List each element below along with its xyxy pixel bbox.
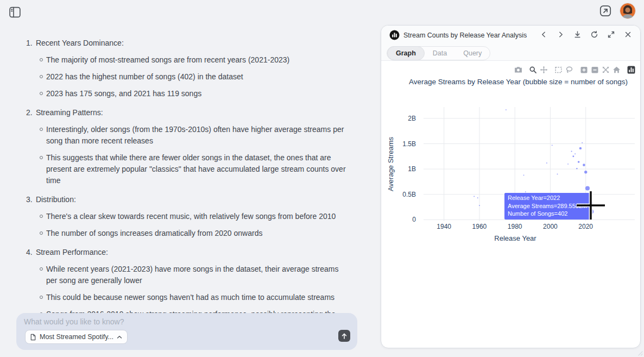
- bubble-year-2017[interactable]: [579, 147, 582, 149]
- pan-icon[interactable]: [539, 65, 548, 74]
- user-avatar[interactable]: [620, 3, 635, 18]
- panel-header: Stream Counts by Release Year Analysis: [381, 26, 640, 61]
- zoom-icon[interactable]: [528, 65, 538, 74]
- list-item: 2023 has 175 songs, and 2021 has 119 son…: [26, 88, 352, 99]
- x-tick-label: 2000: [543, 223, 558, 230]
- bubble-year-2018[interactable]: [582, 142, 583, 143]
- zoom-out-icon[interactable]: [590, 65, 599, 74]
- topbar-actions: [598, 3, 635, 18]
- autoscale-icon[interactable]: [601, 65, 610, 74]
- chevron-right-icon: [557, 30, 565, 39]
- section-number: 3.: [26, 194, 34, 205]
- plotly-modebar: [512, 65, 636, 74]
- bubble-year-2013[interactable]: [572, 155, 574, 157]
- lasso-icon[interactable]: [565, 65, 574, 74]
- bubble-year-2020[interactable]: [584, 171, 587, 173]
- chevron-up-icon: [117, 335, 122, 339]
- bubble-year-2021[interactable]: [585, 186, 590, 190]
- bubble-year-2012[interactable]: [571, 151, 572, 152]
- arrow-up-icon: [341, 333, 348, 340]
- camera-icon[interactable]: [514, 65, 523, 74]
- bullet-icon: [40, 215, 43, 218]
- y-tick-label: 0.5B: [402, 191, 416, 198]
- list-item: The number of songs increases dramatical…: [26, 228, 352, 239]
- tab-graph[interactable]: Graph: [387, 46, 425, 60]
- bubble-year-2015[interactable]: [576, 168, 577, 169]
- tab-query[interactable]: Query: [455, 46, 490, 60]
- zoom-in-icon[interactable]: [579, 65, 589, 74]
- bullet-icon: [40, 75, 43, 78]
- bubble-year-1960[interactable]: [479, 205, 480, 206]
- y-tick-label: 1B: [408, 165, 416, 173]
- bubble-chart[interactable]: 1940196019802000202000.5B1B1.5B2BRelease…: [381, 61, 640, 256]
- download-icon: [573, 30, 582, 39]
- list-item-text: The majority of most-streamed songs are …: [46, 54, 289, 66]
- bubble-year-2014[interactable]: [574, 153, 576, 154]
- chevron-left-icon: [540, 30, 548, 39]
- plotly-logo-icon[interactable]: [627, 65, 636, 74]
- reset-axes-icon[interactable]: [612, 65, 621, 74]
- open-external-button[interactable]: [598, 4, 613, 18]
- tooltip-line: Number of Songs=402: [508, 210, 587, 218]
- bubble-year-1957[interactable]: [473, 196, 475, 197]
- question-input[interactable]: [24, 317, 252, 326]
- section-title-text: Streaming Patterns:: [34, 108, 103, 117]
- bubble-year-1959[interactable]: [477, 197, 478, 198]
- file-icon: [30, 334, 36, 341]
- y-tick-label: 1.5B: [402, 140, 416, 148]
- expand-button[interactable]: [604, 27, 618, 41]
- arrow-up-right-icon: [598, 4, 613, 18]
- expand-icon: [607, 30, 615, 39]
- send-button[interactable]: [338, 330, 350, 342]
- close-button[interactable]: [621, 27, 635, 41]
- refresh-button[interactable]: [587, 27, 601, 41]
- bubble-year-2010[interactable]: [567, 164, 569, 165]
- bubble-year-2016[interactable]: [578, 161, 580, 163]
- chart-area: Average Streams by Release Year (bubble …: [381, 61, 640, 256]
- list-item: This could be because newer songs haven'…: [26, 292, 352, 303]
- bubble-year-1985[interactable]: [523, 174, 525, 176]
- tooltip-line: Release Year=2022: [508, 194, 587, 202]
- bullet-icon: [40, 296, 43, 299]
- bubble-year-1998[interactable]: [546, 162, 547, 164]
- bubble-year-2004[interactable]: [557, 174, 558, 175]
- y-tick-label: 2B: [408, 115, 416, 122]
- prev-button[interactable]: [536, 27, 551, 41]
- next-button[interactable]: [553, 27, 567, 41]
- section-title: 4. Stream Performance:: [26, 247, 358, 258]
- section-number: 4.: [26, 247, 34, 258]
- sidebar-toggle-button[interactable]: [7, 4, 22, 20]
- bubble-year-2019[interactable]: [583, 164, 585, 166]
- bullet-icon: [40, 58, 43, 61]
- bubble-year-1986[interactable]: [525, 191, 526, 192]
- bubble-year-2001[interactable]: [552, 145, 553, 146]
- box-select-icon[interactable]: [554, 65, 563, 74]
- chart-title: Average Streams by Release Year (bubble …: [397, 78, 639, 86]
- y-axis-title: Average Streams: [387, 136, 395, 191]
- bullet-icon: [40, 128, 43, 131]
- panel-nav: [534, 27, 635, 41]
- section-title-text: Stream Performance:: [34, 248, 108, 256]
- x-axis-title: Release Year: [494, 234, 536, 242]
- list-item-text: 2023 has 175 songs, and 2021 has 119 son…: [46, 88, 201, 99]
- sidebar-layout-icon: [8, 5, 22, 19]
- list-item: 2022 has the highest number of songs (40…: [26, 71, 352, 83]
- tab-data[interactable]: Data: [425, 46, 455, 60]
- composer[interactable]: Most Streamed Spotify...: [16, 313, 357, 350]
- section-title: 1. Recent Years Dominance:: [26, 37, 358, 49]
- dataset-chip[interactable]: Most Streamed Spotify...: [25, 330, 128, 344]
- list-item-text: The number of songs increases dramatical…: [46, 228, 262, 239]
- bubble-year-1975[interactable]: [506, 109, 507, 110]
- list-item: While recent years (2021-2023) have more…: [26, 264, 352, 286]
- list-item-text: While recent years (2021-2023) have more…: [46, 264, 349, 286]
- bullet-icon: [40, 92, 43, 95]
- section-title: 3. Distribution:: [26, 194, 358, 205]
- tooltip-line: Average Streams=289.5582M: [508, 202, 587, 210]
- list-item-text: This could be because newer songs haven'…: [46, 292, 334, 303]
- close-icon: [624, 30, 632, 39]
- resize-grip-icon[interactable]: [636, 349, 643, 356]
- panel-title: Stream Counts by Release Year Analysis: [403, 32, 527, 39]
- bullet-icon: [40, 267, 43, 271]
- download-button[interactable]: [570, 27, 584, 41]
- section-number: 1.: [26, 37, 34, 49]
